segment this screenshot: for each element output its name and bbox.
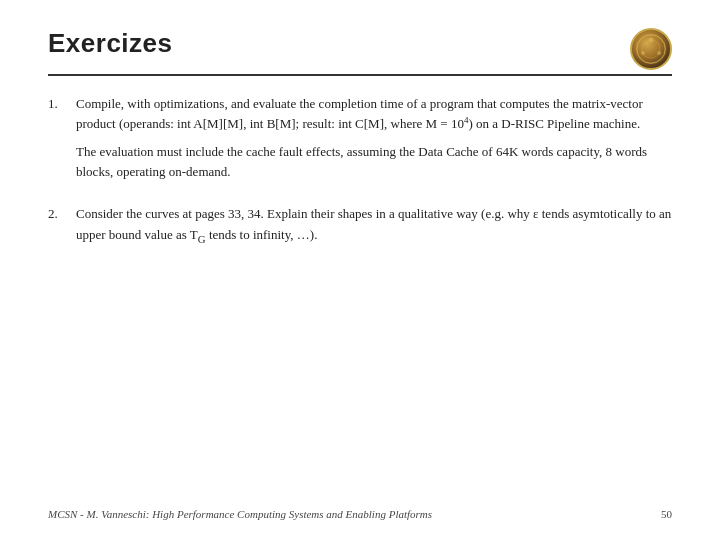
svg-point-2 [649,38,654,43]
university-logo [630,28,672,70]
footer-page-number: 50 [661,508,672,520]
header: Exercizes [48,28,672,70]
exercise-item-1: 1. Compile, with optimizations, and eval… [48,94,672,183]
page-title: Exercizes [48,28,172,59]
content-area: 1. Compile, with optimizations, and eval… [48,94,672,501]
svg-point-1 [642,40,660,58]
svg-point-3 [657,51,661,55]
exercise-number-1: 1. [48,94,76,183]
exercise-body-1: Compile, with optimizations, and evaluat… [76,94,672,183]
exercise-body-2: Consider the curves at pages 33, 34. Exp… [76,204,672,247]
exercise-item-2: 2. Consider the curves at pages 33, 34. … [48,204,672,247]
exercise-1-paragraph-2: The evaluation must include the cache fa… [76,142,672,182]
exercise-number-2: 2. [48,204,76,247]
header-divider [48,74,672,76]
footer: MCSN - M. Vanneschi: High Performance Co… [48,500,672,520]
footer-citation: MCSN - M. Vanneschi: High Performance Co… [48,508,432,520]
svg-point-4 [641,51,645,55]
svg-point-0 [637,35,665,63]
exercise-2-paragraph-1: Consider the curves at pages 33, 34. Exp… [76,204,672,247]
exercise-1-paragraph-1: Compile, with optimizations, and evaluat… [76,94,672,135]
page: Exercizes 1. Compile, with optimizations… [0,0,720,540]
